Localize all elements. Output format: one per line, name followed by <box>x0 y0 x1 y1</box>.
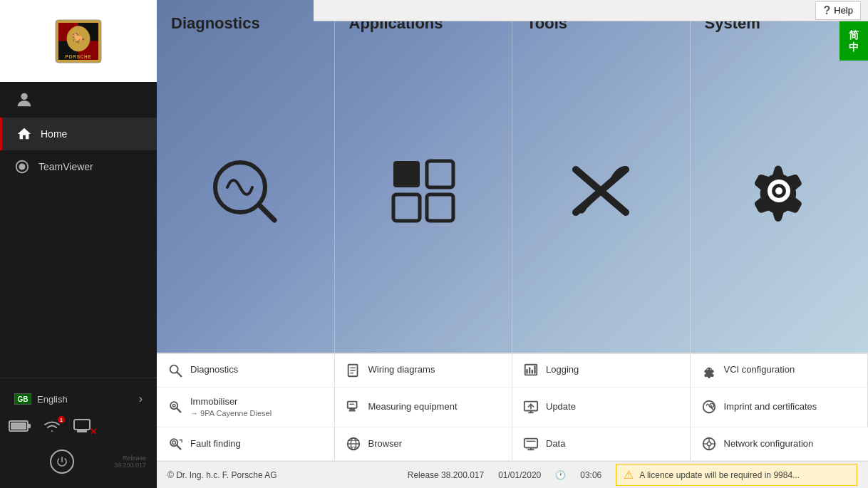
wifi-badge: 1 <box>58 416 65 423</box>
svg-rect-14 <box>74 420 90 430</box>
language-flag: GB <box>14 393 31 405</box>
diagnostics-menu-icon <box>167 363 183 378</box>
measuring-icon <box>346 399 361 415</box>
menu-diagnostics-label: Diagnostics <box>190 364 238 376</box>
warning-triangle-icon: ⚠ <box>624 468 634 482</box>
menu-wiring-diagrams[interactable]: Wiring diagrams <box>335 354 513 388</box>
status-copyright: © Dr. Ing. h.c. F. Porsche AG <box>167 470 393 480</box>
user-icon <box>14 90 34 110</box>
usb-status[interactable]: ✕ <box>73 418 95 437</box>
menu-network-label: Network configuration <box>724 438 814 450</box>
menu-rows: Diagnostics Wiring diagrams <box>157 353 868 461</box>
svg-text:PORSCHE: PORSCHE <box>65 53 91 58</box>
chinese-language-badge[interactable]: 简中 <box>839 21 868 61</box>
menu-update[interactable]: Update <box>512 388 691 427</box>
svg-line-41 <box>177 409 180 412</box>
menu-measuring-label: Measuring equipment <box>368 401 458 413</box>
sidebar-status-icons: 1 ✕ <box>0 412 157 442</box>
release-text: Release 38.200.017 <box>408 470 484 480</box>
svg-rect-18 <box>393 161 420 187</box>
sidebar-user-area[interactable] <box>0 82 157 118</box>
lang-left-group: GB English <box>14 393 68 405</box>
menu-measuring-equipment[interactable]: Measuring equipment <box>335 388 513 427</box>
battery-status[interactable] <box>9 419 31 436</box>
diagnostics-icon <box>206 152 284 233</box>
help-button[interactable]: ? Help <box>815 1 861 20</box>
svg-rect-13 <box>11 422 26 430</box>
svg-rect-21 <box>427 194 453 221</box>
system-icon <box>740 152 818 233</box>
menu-logging[interactable]: Logging <box>512 354 691 388</box>
svg-rect-42 <box>347 402 356 408</box>
teamviewer-icon <box>14 159 30 175</box>
battery-icon <box>9 419 31 433</box>
menu-network-configuration[interactable]: Network configuration <box>691 427 869 461</box>
immobiliser-sub: → 9PA Cayenne Diesel <box>190 408 272 418</box>
menu-diagnostics[interactable]: Diagnostics <box>157 354 335 388</box>
browser-icon <box>346 436 361 452</box>
lang-arrow-icon: › <box>139 393 143 405</box>
svg-point-65 <box>707 442 711 446</box>
svg-line-28 <box>177 373 182 377</box>
menu-logging-label: Logging <box>546 364 579 376</box>
menu-browser[interactable]: Browser <box>335 427 513 461</box>
svg-rect-60 <box>525 439 537 448</box>
diagnostics-title: Diagnostics <box>171 14 260 33</box>
power-button[interactable] <box>50 450 74 474</box>
wiring-diagrams-icon <box>346 363 361 378</box>
network-config-icon <box>701 436 717 452</box>
lang-badge-text: 简中 <box>849 29 859 53</box>
language-selector[interactable]: GB English › <box>0 385 157 412</box>
category-diagnostics[interactable]: Diagnostics <box>157 0 335 353</box>
status-warning: ⚠ A licence update will be required in 9… <box>616 464 857 486</box>
update-icon <box>523 399 539 415</box>
warning-text: A licence update will be required in 998… <box>639 470 800 480</box>
date-text: 01/01/2020 <box>498 470 541 480</box>
menu-fault-label: Fault finding <box>190 438 241 450</box>
svg-point-53 <box>172 441 176 445</box>
svg-rect-15 <box>77 430 87 432</box>
help-question-icon: ? <box>823 4 830 17</box>
home-icon <box>16 126 32 142</box>
sidebar-navigation: Home TeamViewer <box>0 118 157 378</box>
tools-icon <box>562 152 640 233</box>
main-content: ? Help 简中 Diagnostics <box>157 0 868 488</box>
menu-imprint-label: Imprint and certificates <box>724 401 817 413</box>
menu-browser-label: Browser <box>368 438 403 450</box>
svg-rect-43 <box>349 408 354 410</box>
category-applications[interactable]: Applications <box>335 0 513 353</box>
menu-immobiliser[interactable]: Immobiliser → 9PA Cayenne Diesel <box>157 388 335 427</box>
status-center: Release 38.200.017 01/01/2020 🕐 03:06 <box>408 470 602 480</box>
menu-vci-label: VCI configuration <box>724 364 795 376</box>
wifi-status[interactable]: 1 <box>42 419 62 436</box>
hero-section: 简中 Diagnostics Applications <box>157 0 868 353</box>
svg-line-17 <box>260 206 274 220</box>
menu-imprint-certificates[interactable]: Imprint and certificates <box>691 388 869 427</box>
language-label: English <box>37 394 68 405</box>
copyright-text: © Dr. Ing. h.c. F. Porsche AG <box>167 470 277 480</box>
sidebar-footer: GB English › <box>0 378 157 488</box>
usb-x-icon: ✕ <box>90 427 97 437</box>
menu-data[interactable]: Data <box>512 427 691 461</box>
app-layout: 🐎 PORSCHE Home <box>0 0 868 488</box>
category-tools[interactable]: Tools <box>512 0 691 353</box>
sidebar-item-teamviewer[interactable]: TeamViewer <box>0 150 157 183</box>
help-label: Help <box>834 5 853 16</box>
porsche-logo-image: 🐎 PORSCHE <box>50 16 107 66</box>
sidebar-item-teamviewer-label: TeamViewer <box>38 161 93 172</box>
sidebar-item-home[interactable]: Home <box>0 118 157 150</box>
menu-vci-configuration[interactable]: VCI configuration <box>691 354 869 388</box>
svg-rect-20 <box>393 194 420 221</box>
release-version-text: 38.200.017 <box>114 462 146 469</box>
menu-fault-finding[interactable]: Fault finding <box>157 427 335 461</box>
data-icon <box>523 436 539 452</box>
release-info: Release 38.200.017 <box>114 455 146 469</box>
vci-config-icon <box>701 363 717 378</box>
svg-point-40 <box>172 405 175 407</box>
logging-icon <box>523 363 539 378</box>
immobiliser-label: Immobiliser <box>190 396 272 408</box>
menu-wiring-label: Wiring diagrams <box>368 364 435 376</box>
fault-finding-icon <box>167 436 183 452</box>
applications-icon <box>388 155 459 229</box>
immobiliser-text-block: Immobiliser → 9PA Cayenne Diesel <box>190 396 272 418</box>
